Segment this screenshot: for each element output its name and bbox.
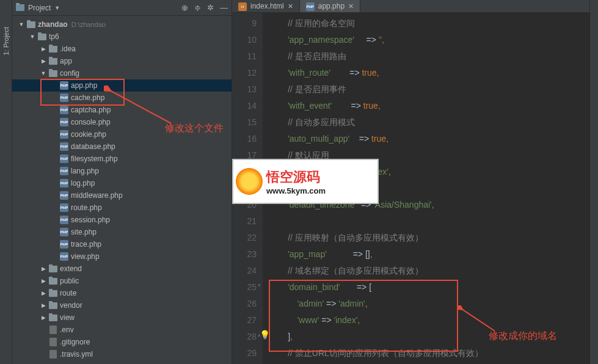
tree-file-filesystem-php[interactable]: PHPfilesystem.php — [12, 153, 232, 165]
tree-file-database-php[interactable]: PHPdatabase.php — [12, 140, 232, 153]
left-tool-gutter: 1: Project — [0, 0, 12, 364]
dropdown-icon[interactable]: ▼ — [54, 5, 60, 11]
tree-idea[interactable]: ▶ .idea — [12, 43, 232, 55]
tree-file-console-php[interactable]: PHPconsole.php — [12, 116, 232, 128]
tree-file-site-php[interactable]: PHPsite.php — [12, 226, 232, 238]
tree-view[interactable]: ▶view — [12, 311, 232, 324]
tree-file-captcha-php[interactable]: PHPcaptcha.php — [12, 104, 232, 116]
tab-index-html[interactable]: Hindex.html✕ — [232, 0, 300, 12]
project-tree[interactable]: ▼ zhandao D:\zhandao ▼ tp6 ▶ .idea ▶ app… — [12, 16, 232, 364]
tree--env[interactable]: .env — [12, 324, 232, 336]
tree-route[interactable]: ▶route — [12, 287, 232, 299]
tree--gitignore[interactable]: .gitignore — [12, 336, 232, 348]
gear-icon[interactable]: ✲ — [207, 3, 214, 12]
project-tool-button[interactable]: 1: Project — [2, 24, 10, 57]
tree-file-app-php[interactable]: PHPapp.php — [12, 79, 232, 92]
tree-file-session-php[interactable]: PHPsession.php — [12, 214, 232, 226]
expand-icon[interactable]: ≑ — [194, 3, 201, 12]
tree-file-cookie-php[interactable]: PHPcookie.php — [12, 128, 232, 140]
tree-file-lang-php[interactable]: PHPlang.php — [12, 165, 232, 177]
editor-area: Hindex.html✕PHPapp.php✕ 9101112131415161… — [232, 0, 589, 364]
tree-public[interactable]: ▶public — [12, 275, 232, 287]
minimize-icon[interactable]: — — [220, 3, 228, 12]
project-icon — [16, 4, 24, 11]
tree-file-cache-php[interactable]: PHPcache.php — [12, 92, 232, 104]
tree-root[interactable]: ▼ zhandao D:\zhandao — [12, 18, 232, 31]
tree-file-middleware-php[interactable]: PHPmiddleware.php — [12, 189, 232, 202]
tree-app-folder[interactable]: ▶ app — [12, 55, 232, 67]
html-file-icon: H — [238, 1, 247, 11]
tree-file-view-php[interactable]: PHPview.php — [12, 250, 232, 263]
tree-extend[interactable]: ▶extend — [12, 263, 232, 275]
sidebar-header: Project ▼ ⊕ ≑ ✲ — — [12, 0, 232, 16]
tree-file-route-php[interactable]: PHProute.php — [12, 202, 232, 214]
editor-scrollbar[interactable] — [589, 0, 598, 364]
tree-file-log-php[interactable]: PHPlog.php — [12, 177, 232, 189]
code-editor[interactable]: 9101112131415161718192021222324252627282… — [232, 13, 589, 364]
editor-tabs: Hindex.html✕PHPapp.php✕ — [232, 0, 589, 13]
close-icon[interactable]: ✕ — [348, 2, 354, 10]
sidebar-title-text: Project — [28, 4, 51, 12]
intention-bulb-icon[interactable]: 💡 — [260, 330, 270, 340]
php-file-icon: PHP — [306, 1, 315, 11]
locate-icon[interactable]: ⊕ — [181, 3, 188, 12]
tree-vendor[interactable]: ▶vendor — [12, 299, 232, 311]
line-gutter: 9101112131415161718192021222324252627282… — [232, 13, 263, 364]
close-icon[interactable]: ✕ — [288, 2, 293, 10]
tab-app-php[interactable]: PHPapp.php✕ — [300, 0, 360, 12]
tree--travis-yml[interactable]: .travis.yml — [12, 348, 232, 360]
tree-config-folder[interactable]: ▼ config — [12, 67, 232, 79]
tree-file-trace-php[interactable]: PHPtrace.php — [12, 238, 232, 250]
project-sidebar: Project ▼ ⊕ ≑ ✲ — ▼ zhandao D:\zhandao ▼… — [12, 0, 232, 364]
tree-tp6[interactable]: ▼ tp6 — [12, 31, 232, 43]
